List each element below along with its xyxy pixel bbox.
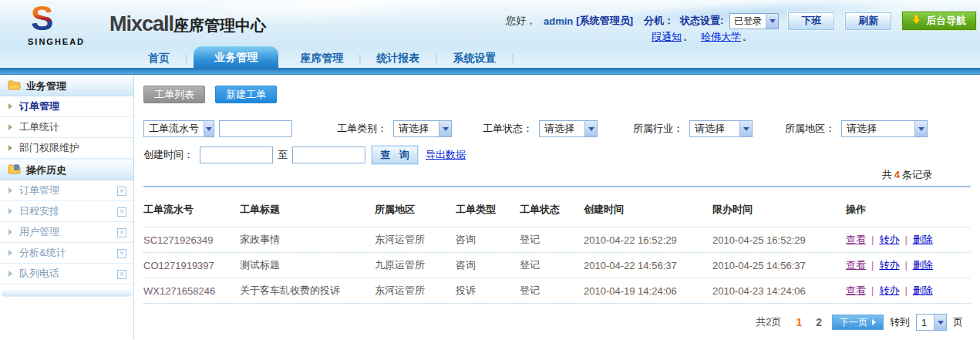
off-duty-button[interactable]: 下班	[788, 12, 834, 30]
tab-separator: |	[511, 48, 514, 68]
brand-block: S SINGHEAD Mixcall座席管理中心	[28, 2, 266, 38]
agent-status-select[interactable]: 已登录	[729, 13, 779, 29]
query-button[interactable]: 查 询	[372, 146, 418, 164]
export-data-link[interactable]: 导出数据	[426, 148, 466, 162]
created-from-input[interactable]	[200, 146, 273, 163]
sidebar-item-history-analysis-statistics[interactable]: 分析&统计 ×	[0, 243, 133, 264]
tab-separator: |	[185, 48, 187, 68]
action-separator: |	[904, 284, 907, 296]
chevron-down-icon	[766, 14, 778, 29]
sidebar-item-label: 部门权限维护	[19, 141, 79, 155]
goto-page-select[interactable]: 1	[916, 314, 947, 331]
chevron-down-icon	[914, 121, 927, 136]
search-keyword-input[interactable]	[219, 120, 292, 137]
close-icon[interactable]: ×	[117, 207, 126, 217]
filter-row-1: 工单流水号 工单类别： 请选择 工单状态： 请选择 所属行业： 请选择	[143, 120, 971, 137]
delete-link[interactable]: 删除	[913, 284, 933, 296]
ticket-list-button[interactable]: 工单列表	[143, 86, 205, 103]
action-separator: |	[904, 234, 907, 245]
sidebar-item-order-management[interactable]: 订单管理	[0, 96, 133, 117]
ticket-type-select[interactable]: 请选择	[393, 120, 452, 137]
page-title: Mixcall座席管理中心	[109, 12, 266, 36]
created-to-input[interactable]	[292, 146, 365, 163]
ticket-type-label: 工单类别：	[337, 122, 387, 136]
view-link[interactable]: 查看	[846, 234, 866, 245]
region-select[interactable]: 请选择	[841, 120, 928, 137]
close-icon[interactable]: ×	[117, 187, 126, 196]
col-header-created: 创建时间	[584, 203, 712, 217]
arrow-right-icon	[8, 145, 12, 151]
delete-link[interactable]: 删除	[913, 259, 933, 271]
sidebar-item-history-user-management[interactable]: 用户管理 ×	[0, 222, 133, 243]
ticket-status-select[interactable]: 请选择	[539, 120, 598, 137]
sidebar-item-department-permissions[interactable]: 部门权限维护	[0, 138, 133, 159]
close-icon[interactable]: ×	[117, 270, 126, 279]
page-unit-label: 页	[953, 315, 963, 329]
transfer-link[interactable]: 转办	[879, 284, 899, 296]
chevron-down-icon	[584, 121, 597, 136]
sidebar-item-label: 队列电话	[19, 267, 59, 281]
cell-type: 咨询	[456, 233, 520, 247]
cell-deadline: 2010-04-25 16:52:29	[712, 234, 846, 246]
table-bottom-rule	[143, 303, 971, 304]
next-page-button[interactable]: 下一页	[832, 315, 884, 330]
view-link[interactable]: 查看	[846, 284, 866, 296]
top-banner: S SINGHEAD Mixcall座席管理中心 您好， admin [系统管理…	[0, 0, 980, 46]
delete-link[interactable]: 删除	[913, 234, 933, 245]
username-text: admin	[544, 15, 573, 27]
transfer-link[interactable]: 转办	[879, 234, 899, 245]
cell-actions: 查看|转办|删除	[846, 284, 971, 298]
notice-1-period: 。	[683, 31, 693, 42]
record-count: 共4条记录	[143, 168, 971, 182]
ticket-status-value: 请选择	[540, 121, 584, 136]
cell-serial: SC1271926349	[143, 234, 240, 246]
worksheet-toolbar: 工单列表 新建工单	[143, 86, 971, 103]
view-link[interactable]: 查看	[846, 259, 866, 271]
goto-label: 转到	[890, 315, 910, 329]
close-icon[interactable]: ×	[117, 228, 126, 237]
page-number-1[interactable]: 1	[792, 316, 806, 328]
sidebar-item-ticket-statistics[interactable]: 工单统计	[0, 117, 133, 138]
tab-business-management[interactable]: 业务管理	[194, 46, 278, 68]
cell-region: 九原运管所	[375, 258, 456, 272]
table-row: SC1271926349 家政事情 东河运管所 咨询 登记 2010-04-22…	[143, 227, 971, 252]
col-header-title: 工单标题	[240, 203, 375, 217]
sidebar-item-history-schedule[interactable]: 日程安排 ×	[0, 201, 133, 222]
table-header: 工单流水号 工单标题 所属地区 工单类型 工单状态 创建时间 限办时间 操作	[143, 187, 971, 227]
folder-icon	[8, 80, 21, 93]
transfer-link[interactable]: 转办	[879, 259, 899, 271]
brand-name: Mixcall	[109, 12, 173, 35]
sidebar-item-history-order-management[interactable]: 订单管理 ×	[0, 180, 133, 201]
action-separator: |	[871, 234, 874, 245]
search-field-select[interactable]: 工单流水号	[143, 120, 214, 137]
sidebar-footer-bar	[2, 291, 132, 297]
sidebar-item-label: 分析&统计	[19, 246, 66, 260]
tab-home[interactable]: 首页	[133, 48, 185, 68]
tab-statistics-report[interactable]: 统计报表	[361, 48, 435, 68]
region-value: 请选择	[842, 121, 914, 136]
refresh-button[interactable]: 刷新	[845, 12, 891, 30]
notice-2-period: 。	[743, 31, 753, 42]
cell-created: 2010-04-22 14:56:37	[584, 260, 712, 271]
tab-system-settings[interactable]: 系统设置	[437, 48, 511, 68]
chevron-down-icon	[204, 121, 214, 136]
industry-value: 请选择	[690, 121, 739, 136]
sidebar-section-title: 业务管理	[26, 79, 66, 93]
arrow-right-icon	[872, 319, 876, 325]
notice-link-2[interactable]: 哈佛大学	[701, 31, 741, 42]
sidebar-item-label: 订单管理	[19, 183, 59, 197]
backstage-nav-button[interactable]: 后台导航	[902, 12, 976, 30]
sidebar-item-history-queue-calls[interactable]: 队列电话 ×	[0, 264, 133, 284]
tab-agent-management[interactable]: 座席管理	[285, 48, 359, 68]
action-separator: |	[904, 259, 907, 271]
cell-serial: WX1271658246	[143, 285, 240, 297]
new-ticket-button[interactable]: 新建工单	[215, 86, 277, 103]
user-bar: 您好， admin [系统管理员] 分机： 状态设置: 已登录 下班 刷新 后台…	[506, 12, 976, 30]
close-icon[interactable]: ×	[117, 249, 126, 258]
chevron-down-icon	[934, 315, 946, 330]
industry-select[interactable]: 请选择	[689, 120, 753, 137]
page-number-2[interactable]: 2	[812, 316, 826, 328]
range-to-label: 至	[278, 148, 288, 162]
cell-actions: 查看|转办|删除	[846, 258, 971, 272]
notice-link-1[interactable]: 叚通知	[652, 31, 682, 42]
